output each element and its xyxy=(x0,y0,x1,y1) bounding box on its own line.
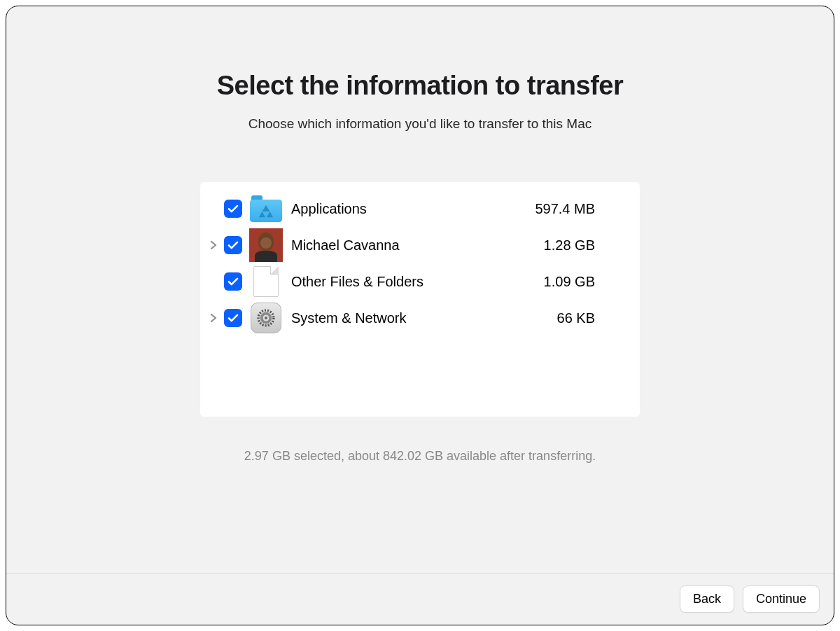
selection-status: 2.97 GB selected, about 842.02 GB availa… xyxy=(244,449,596,464)
disclosure-chevron-icon[interactable] xyxy=(206,240,221,250)
item-row-user[interactable]: Michael Cavanna 1.28 GB xyxy=(200,227,640,263)
checkmark-icon xyxy=(227,202,239,215)
page-subtitle: Choose which information you'd like to t… xyxy=(248,116,592,132)
page-title: Select the information to transfer xyxy=(217,71,624,101)
main-content: Select the information to transfer Choos… xyxy=(6,6,834,573)
item-size: 597.4 MB xyxy=(535,201,595,217)
checkmark-icon xyxy=(227,239,239,251)
item-label: Michael Cavanna xyxy=(291,237,544,254)
back-button[interactable]: Back xyxy=(680,585,734,613)
item-row-other-files[interactable]: Other Files & Folders 1.09 GB xyxy=(200,263,640,300)
item-row-system[interactable]: System & Network 66 KB xyxy=(200,300,640,336)
item-size: 1.09 GB xyxy=(544,274,595,290)
svg-point-3 xyxy=(265,317,267,319)
checkbox-applications[interactable] xyxy=(224,200,242,218)
continue-button[interactable]: Continue xyxy=(743,585,820,613)
item-size: 66 KB xyxy=(557,310,595,326)
item-label: System & Network xyxy=(291,310,557,326)
disclosure-chevron-icon[interactable] xyxy=(206,313,221,323)
item-row-applications[interactable]: Applications 597.4 MB xyxy=(200,190,640,227)
migration-assistant-window: Select the information to transfer Choos… xyxy=(6,6,834,625)
generic-file-icon xyxy=(249,265,283,298)
applications-folder-icon xyxy=(249,192,283,226)
user-avatar-icon xyxy=(249,228,283,262)
item-size: 1.28 GB xyxy=(544,237,595,254)
transfer-items-panel: Applications 597.4 MB Mic xyxy=(200,182,640,417)
checkbox-other-files[interactable] xyxy=(224,272,242,291)
checkmark-icon xyxy=(227,275,239,288)
item-label: Other Files & Folders xyxy=(291,274,544,290)
footer-bar: Back Continue xyxy=(6,573,834,625)
checkmark-icon xyxy=(227,312,239,324)
checkbox-user[interactable] xyxy=(224,236,242,254)
item-label: Applications xyxy=(291,201,535,217)
system-settings-icon xyxy=(249,301,283,335)
checkbox-system[interactable] xyxy=(224,309,242,327)
